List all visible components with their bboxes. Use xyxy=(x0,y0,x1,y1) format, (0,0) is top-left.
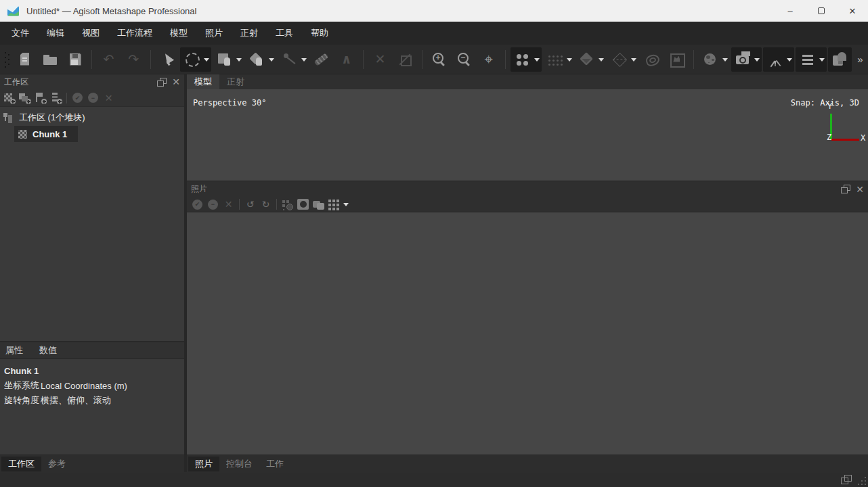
projection-label: Perspective 30° xyxy=(193,98,266,108)
dropdown-caret-icon xyxy=(787,58,792,62)
show-thumbnails-button[interactable] xyxy=(828,47,852,72)
status-bar xyxy=(0,473,868,487)
property-column-header: 属性 xyxy=(0,344,39,356)
draw-polyline-button[interactable] xyxy=(278,47,309,72)
save-button[interactable] xyxy=(63,47,87,72)
menu-file[interactable]: 文件 xyxy=(3,22,38,45)
crop-icon xyxy=(397,51,413,68)
menu-photo[interactable]: 照片 xyxy=(196,22,232,45)
reset-view-button[interactable]: ⌖ xyxy=(477,47,500,72)
rotate-object-button[interactable] xyxy=(245,47,276,72)
selection-arrow-button[interactable] xyxy=(156,47,179,72)
maximize-button[interactable] xyxy=(806,0,837,22)
redo-icon: ↷ xyxy=(128,53,139,66)
add-scalebar-button[interactable] xyxy=(48,91,64,106)
delete-x-icon: ✕ xyxy=(375,53,386,66)
thumbnail-grid-button[interactable] xyxy=(326,197,349,212)
add-chunk-button[interactable] xyxy=(1,91,17,106)
tree-root-row[interactable]: 工作区 (1个堆块) xyxy=(0,110,184,125)
disable-item-button[interactable]: − xyxy=(85,91,101,106)
model-shaded-view-button[interactable] xyxy=(576,47,607,72)
new-document-button[interactable] xyxy=(14,47,37,72)
menu-help[interactable]: 帮助 xyxy=(302,22,337,45)
tab-ortho[interactable]: 正射 xyxy=(219,74,252,89)
float-panel-icon[interactable] xyxy=(841,185,850,193)
ellipse-selection-button[interactable] xyxy=(180,47,211,72)
crop-selection-button[interactable] xyxy=(393,47,417,72)
tree-chunk-row[interactable]: Chunk 1 xyxy=(14,126,78,142)
menu-edit[interactable]: 编辑 xyxy=(38,22,73,45)
close-button[interactable]: ✕ xyxy=(837,0,868,22)
rectangle-selection-button[interactable] xyxy=(213,47,244,72)
workspace-panel-title: 工作区 xyxy=(4,76,28,88)
photos-content-area[interactable] xyxy=(187,212,868,454)
menu-workflow[interactable]: 工作流程 xyxy=(108,22,161,45)
remove-item-button[interactable]: ✕ xyxy=(101,91,116,106)
add-photos-button[interactable] xyxy=(17,91,32,106)
rotate-ccw-icon: ↺ xyxy=(244,199,257,210)
toolbar-overflow-button[interactable]: » xyxy=(853,47,867,72)
close-panel-icon[interactable]: ✕ xyxy=(172,77,180,87)
open-document-button[interactable] xyxy=(38,47,62,72)
metashape-window: Untitled* — Agisoft Metashape Profession… xyxy=(0,0,868,487)
delete-selection-button[interactable]: ✕ xyxy=(368,47,392,72)
menu-model[interactable]: 模型 xyxy=(161,22,196,45)
shaded-mesh-icon xyxy=(579,51,595,68)
orthomosaic-view-button[interactable] xyxy=(665,47,689,72)
zoom-out-button[interactable]: − xyxy=(452,47,475,72)
undo-button[interactable]: ↶ xyxy=(97,47,121,72)
dashed-ellipse-icon xyxy=(184,51,200,68)
property-row: Chunk 1 xyxy=(0,363,184,378)
close-panel-icon[interactable]: ✕ xyxy=(856,185,864,194)
tie-points-view-button[interactable] xyxy=(543,47,574,72)
menu-view[interactable]: 视图 xyxy=(73,22,108,45)
enable-item-button[interactable]: ✔ xyxy=(70,91,85,106)
toolbar-separator xyxy=(91,50,92,69)
rotate-cw-button[interactable]: ↻ xyxy=(258,197,274,212)
menu-tools[interactable]: 工具 xyxy=(267,22,302,45)
toolbar-grip[interactable] xyxy=(3,50,11,69)
tab-model[interactable]: 模型 xyxy=(187,74,219,89)
show-cameras-button[interactable] xyxy=(731,47,762,72)
details-view-button[interactable] xyxy=(311,197,326,212)
preview-mode-button[interactable] xyxy=(295,197,311,212)
rotate-ccw-button[interactable]: ↺ xyxy=(242,197,258,212)
property-row: 旋转角度 横摆、俯仰、滚动 xyxy=(0,393,184,408)
show-items-menu-button[interactable] xyxy=(796,47,827,72)
value-column-header: 数值 xyxy=(39,344,57,356)
dem-contours-view-button[interactable] xyxy=(640,47,664,72)
point-cloud-view-button[interactable] xyxy=(511,47,542,72)
measure-angle-button[interactable]: ∧ xyxy=(334,47,358,72)
float-panel-icon[interactable] xyxy=(157,78,167,87)
close-icon: ✕ xyxy=(849,6,856,16)
remove-photo-button[interactable]: ✕ xyxy=(221,197,236,212)
show-camera-stations-button[interactable] xyxy=(763,47,794,72)
add-scalebar-icon xyxy=(50,92,62,103)
property-row: 坐标系统 Local Coordinates (m) xyxy=(0,378,184,393)
panel-layout-icon[interactable] xyxy=(841,475,852,484)
zoom-in-icon: + xyxy=(431,51,447,68)
thumbnail-grid-icon xyxy=(328,199,339,210)
add-marker-button[interactable] xyxy=(32,91,48,106)
tab-console[interactable]: 控制台 xyxy=(219,457,259,471)
dropdown-caret-icon xyxy=(754,58,760,62)
ruler-button[interactable] xyxy=(310,47,334,72)
redo-button[interactable]: ↷ xyxy=(122,47,146,72)
filter-photos-button[interactable] xyxy=(280,197,295,212)
resize-grip[interactable] xyxy=(858,477,866,485)
tab-workspace[interactable]: 工作区 xyxy=(1,457,41,471)
menu-ortho[interactable]: 正射 xyxy=(232,22,267,45)
minimize-button[interactable]: – xyxy=(775,0,806,22)
property-value: 横摆、俯仰、滚动 xyxy=(41,394,111,407)
dropdown-caret-icon xyxy=(269,58,274,62)
tab-reference[interactable]: 参考 xyxy=(41,457,72,471)
model-wireframe-view-button[interactable] xyxy=(607,47,638,72)
point-cloud-icon xyxy=(514,51,530,68)
tab-photos[interactable]: 照片 xyxy=(188,457,219,471)
model-viewport[interactable]: Perspective 30° Snap: Axis, 3D Y Z X xyxy=(187,89,868,181)
tab-jobs[interactable]: 工作 xyxy=(259,457,290,471)
enable-photo-button[interactable]: ✔ xyxy=(190,197,205,212)
show-basemap-button[interactable] xyxy=(699,47,730,72)
disable-photo-button[interactable]: − xyxy=(205,197,221,212)
zoom-in-button[interactable]: + xyxy=(427,47,451,72)
